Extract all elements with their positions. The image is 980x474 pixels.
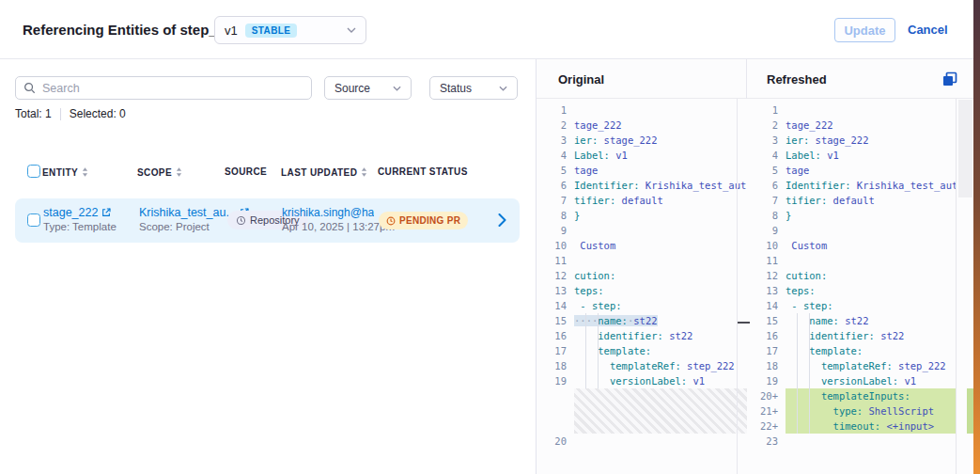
code-line: 20 <box>537 434 747 449</box>
code-line: 14 - step: <box>748 298 956 313</box>
row-checkbox[interactable] <box>27 213 40 227</box>
scrollbar-thumb[interactable] <box>958 100 972 198</box>
chevron-right-icon[interactable] <box>498 213 506 227</box>
code-line: 2tage_222 <box>537 118 747 133</box>
total-count: Total: 1 <box>15 107 52 120</box>
code-line: 5tage <box>537 163 747 178</box>
search-input[interactable] <box>42 82 303 95</box>
code-line: 3ier: stage_222 <box>537 133 747 148</box>
entity-cell: stage_222 Type: Template <box>43 206 117 232</box>
code-line: 10 Custom <box>537 238 747 253</box>
code-line: 22+ timeout: <+input> <box>748 419 956 434</box>
panel-divider <box>746 59 747 99</box>
repository-icon <box>236 215 246 226</box>
code-line: 5tage <box>748 163 956 178</box>
code-line: 16 identifier: st22 <box>748 328 956 343</box>
column-header-source: SOURCE <box>225 166 267 177</box>
code-line: 13teps: <box>748 283 956 298</box>
source-filter-label: Source <box>334 82 370 95</box>
code-line: 11 <box>537 253 747 268</box>
version-stable-badge: STABLE <box>245 24 298 38</box>
status-badge: PENDING PR <box>379 212 468 229</box>
diff-header: Original Refreshed <box>537 59 974 99</box>
entity-link[interactable]: stage_222 <box>43 206 98 219</box>
chevron-down-icon <box>347 27 356 33</box>
code-line: 18 templateRef: step_222 <box>537 358 747 373</box>
code-line: 8} <box>537 208 747 223</box>
code-line: 12cution: <box>748 268 956 283</box>
code-line: 9 <box>537 223 747 238</box>
code-line: 13teps: <box>537 283 747 298</box>
select-all-checkbox[interactable] <box>27 165 40 178</box>
code-line: 1 <box>748 103 956 118</box>
original-panel-edge <box>737 99 738 474</box>
code-line: 4Label: v1 <box>748 148 956 163</box>
code-line: 19 versionLabel: v1 <box>537 373 747 388</box>
search-input-wrapper <box>15 76 312 100</box>
scrollbar-track[interactable] <box>956 99 957 474</box>
sort-icon[interactable] <box>176 166 182 178</box>
code-line: 3ier: stage_222 <box>748 133 956 148</box>
refreshed-code-panel[interactable]: 12tage_2223ier: stage_2224Label: v15tage… <box>748 99 956 474</box>
code-line: 7tifier: default <box>748 193 956 208</box>
chevron-down-icon <box>393 86 401 91</box>
column-header-last-updated[interactable]: LAST UPDATED <box>281 166 367 178</box>
indent-guide <box>797 313 798 434</box>
refreshed-panel-title: Refreshed <box>767 72 827 87</box>
sort-icon[interactable] <box>82 166 88 178</box>
code-line: 9 <box>748 223 956 238</box>
entity-type: Type: Template <box>43 221 117 232</box>
code-line: 8} <box>748 208 956 223</box>
status-filter-label: Status <box>440 82 472 95</box>
selected-count: Selected: 0 <box>70 107 126 120</box>
table-row[interactable]: stage_222 Type: Template Krishika_test_a… <box>15 198 520 243</box>
chevron-down-icon <box>499 86 507 91</box>
code-line: 6Identifier: Krishika_test_aut <box>537 178 747 193</box>
scope-link[interactable]: Krishika_test_au... <box>139 206 236 219</box>
indent-guide <box>809 313 810 434</box>
indent-guide <box>598 313 599 388</box>
cancel-button[interactable]: Cancel <box>908 23 948 37</box>
counts-divider <box>60 108 61 120</box>
result-counts: Total: 1 Selected: 0 <box>15 107 126 120</box>
sort-icon[interactable] <box>361 166 367 178</box>
diff-pane: Original Refreshed 12tage_2223ier: stage… <box>536 59 973 474</box>
code-line: 23 <box>748 434 956 449</box>
version-label: v1 <box>225 24 238 38</box>
code-line: 7tifier: default <box>537 193 747 208</box>
diff-placeholder-hatch <box>574 388 747 434</box>
updated-by-link[interactable]: krishika.singh@harnes... <box>282 206 374 219</box>
code-line: 19 versionLabel: v1 <box>748 373 956 388</box>
code-line: 18 templateRef: step_222 <box>748 358 956 373</box>
update-button[interactable]: Update <box>834 18 895 42</box>
code-line: 2tage_222 <box>748 118 956 133</box>
original-panel-title: Original <box>558 72 604 87</box>
updated-at: Apr 10, 2025 | 13:27pm <box>282 221 395 232</box>
referencing-entities-drawer: Referencing Entities of step_222 v1 STAB… <box>0 0 980 474</box>
clock-icon <box>386 216 396 226</box>
code-line: 15 name: st22 <box>748 313 956 328</box>
code-line: 4Label: v1 <box>537 148 747 163</box>
code-line: 10 Custom <box>748 238 956 253</box>
code-line: 20+ templateInputs: <box>748 388 956 403</box>
code-line: 11 <box>748 253 956 268</box>
copy-icon[interactable] <box>942 71 957 87</box>
version-select[interactable]: v1 STABLE <box>214 16 366 44</box>
source-filter-select[interactable]: Source <box>324 76 412 100</box>
status-badge-label: PENDING PR <box>399 215 460 226</box>
code-line: 17 template: <box>537 343 747 358</box>
status-filter-select[interactable]: Status <box>429 76 518 100</box>
original-code-panel[interactable]: 12tage_2223ier: stage_2224Label: v15tage… <box>537 99 747 474</box>
code-line: 1 <box>537 103 747 118</box>
search-icon <box>23 82 36 94</box>
column-header-scope[interactable]: SCOPE <box>137 166 182 178</box>
code-line: 6Identifier: Krishika_test_aut <box>748 178 956 193</box>
page-background-edge <box>973 0 980 474</box>
external-link-icon[interactable] <box>101 208 111 217</box>
page-title: Referencing Entities of step_222 <box>23 22 241 38</box>
code-line: 21+ type: ShellScript <box>748 403 956 419</box>
indent-guide <box>585 313 586 388</box>
code-line: 17 template: <box>748 343 956 358</box>
diff-scroll-marker <box>738 322 750 324</box>
column-header-entity[interactable]: ENTITY <box>42 166 88 178</box>
